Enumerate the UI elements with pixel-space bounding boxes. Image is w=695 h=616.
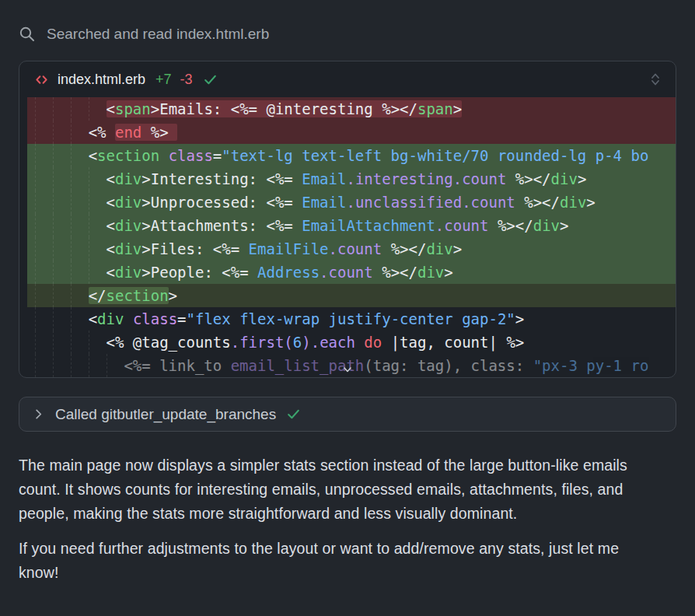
indent-guide-line [53,284,54,307]
code-token: div [533,217,560,234]
code-token: section [97,147,159,164]
code-token: < [89,147,97,164]
code-token: > [141,264,150,281]
code-token: </ [89,287,107,304]
code-token: class: [471,357,533,374]
additions-badge: +7 [155,72,172,88]
indent-guide-line [35,307,36,331]
indent-guide-line [71,191,72,214]
code-token: .each [311,334,355,351]
code-token: Emails: [159,100,231,117]
tool-call-row[interactable]: Called gitbutler_update_branches [19,397,676,432]
code-token: > [141,194,150,211]
code-token: <%= [266,217,302,234]
code-token: Files: [151,240,213,257]
indent-guide-line [35,144,36,167]
tool-status-label: Searched and read index.html.erb [47,26,269,43]
chevron-right-icon [32,408,45,421]
tool-call-label: Called gitbutler_update_branches [55,406,276,423]
message-body: The main page now displays a simpler sta… [19,453,676,585]
code-token: .count [329,240,382,257]
code-token: </ [400,100,417,117]
code-token: %> [506,334,524,351]
indent-guide-line [71,144,72,167]
indent-guide-line [71,214,72,237]
code-line: <div>Interesting: <%= Email.interesting.… [27,167,676,191]
code-token: < [107,170,115,187]
code-token: div [417,264,444,281]
code-token: > [453,240,462,257]
indent-guide-line [53,214,54,237]
message-paragraph: The main page now displays a simpler sta… [19,453,637,526]
code-token [124,310,132,327]
code-token: > [578,170,586,187]
code-token: .interesting.count [346,170,506,187]
code-token: > [560,217,568,234]
code-token: ( [284,334,292,351]
code-token: < [107,217,115,234]
diff-word-highlight: end %> [115,124,177,141]
tool-status-row[interactable]: Searched and read index.html.erb [19,25,676,44]
indent-guide-line [89,167,89,191]
code-token: span [115,100,151,117]
code-token: "text-lg text-left bg-white/70 rounded-l… [222,147,648,164]
code-token: section [107,287,169,304]
indent-guide-line [53,167,54,191]
code-token: %> [515,194,542,211]
indent-guide-line [71,97,72,121]
indent-guide-line [53,261,54,284]
code-token: %> [382,240,408,257]
code-token: span [417,100,453,117]
code-token: div [551,170,578,187]
check-icon [286,407,301,422]
code-token: <%= [231,100,267,117]
code-token: <%= [266,170,302,187]
code-line: <div>Files: <%= EmailFile.count %></div> [27,237,676,261]
code-token: .count [435,217,489,234]
indent-guide-line [71,237,72,261]
indent-guide-line [53,121,54,144]
code-token: (tag: tag), [364,357,470,374]
check-icon [203,72,218,87]
code-token: > [586,194,595,211]
code-token [159,147,168,164]
chevron-up-down-icon[interactable] [649,72,662,87]
code-token: <%= [213,240,249,257]
code-token: = [177,310,186,327]
code-token: end [115,124,141,141]
search-icon [19,26,36,43]
indent-guide-line [89,237,89,261]
code-token: @tag_counts [133,334,231,351]
code-token: <%= [266,194,302,211]
code-token: @interesting [266,100,372,117]
code-token: ) [302,334,310,351]
message-paragraph: If you need further adjustments to the l… [19,537,637,585]
code-token: > [444,264,452,281]
indent-guide-line [53,97,54,121]
code-diff: <span>Emails: <%= @interesting %></span>… [19,97,676,377]
code-token: > [141,217,150,234]
code-token: > [453,100,462,117]
diff-card-header[interactable]: index.html.erb +7 -3 [19,61,676,97]
code-token: div [115,170,141,187]
code-icon [34,72,49,87]
code-token: > [141,240,150,257]
code-token: = [213,147,222,164]
code-token: "flex flex-wrap justify-center gap-2" [187,310,515,327]
code-indent [35,287,89,304]
code-token: Unprocessed: [151,194,267,211]
code-line: <section class="text-lg text-left bg-whi… [27,144,676,167]
indent-guide-line [53,331,54,354]
code-token: > [515,310,524,327]
code-token: div [115,264,141,281]
code-token: < [107,240,115,257]
code-token: > [169,287,177,304]
indent-guide-line [71,261,72,284]
code-token: %> [373,264,400,281]
code-token: div [560,194,586,211]
code-token: do [364,334,382,351]
chevron-down-icon[interactable] [341,365,354,376]
assistant-message: Searched and read index.html.erb index.h… [0,25,695,585]
indent-guide-line [35,261,36,284]
code-token: |tag, count| [382,334,506,351]
